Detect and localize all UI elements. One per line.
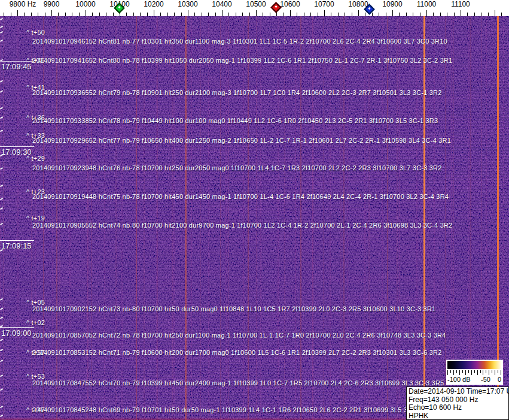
db-scale-tick: [459, 370, 460, 375]
echo-frequency-line: Echo=10 600 Hz: [409, 404, 508, 412]
freq-tick: [420, 13, 420, 16]
db-scale-tick: [474, 370, 475, 373]
freq-tick: [474, 13, 475, 16]
echo-time-offset-label: ^ t+46: [26, 57, 45, 64]
freq-tick: [167, 13, 168, 16]
freq-tick: [358, 10, 359, 16]
freq-axis-label: 11000: [417, 0, 436, 8]
echo-time-offset-label: ^ t+02: [26, 319, 45, 326]
echo-log-line: 20140910170857052 hCnt72 nb-78 f10700 hi…: [32, 332, 446, 339]
freq-tick: [140, 13, 141, 16]
freq-axis-label: 10400: [212, 0, 231, 8]
freq-tick: [310, 13, 311, 16]
freq-tick: [160, 13, 161, 16]
freq-tick: [284, 13, 284, 16]
diamond-center-dot: [275, 5, 277, 8]
echo-time-offset-label: ^ t+36: [26, 114, 45, 121]
db-gradient-bar: [447, 361, 502, 369]
db-scale-tick: [489, 370, 489, 375]
diamond-center-dot: [368, 7, 370, 10]
freq-tick: [4, 13, 4, 16]
spectrogram-app-window: 9800 Hz990010000101001020010300104001050…: [0, 0, 509, 420]
freq-tick: [174, 13, 175, 16]
freq-tick: [31, 13, 32, 16]
freq-tick: [331, 13, 331, 16]
db-scale-tick: [501, 370, 501, 375]
freq-tick: [495, 10, 495, 16]
echo-log-line: 20140910170941652 hCnt80 nb-78 f10399 hi…: [32, 57, 452, 64]
freq-tick: [154, 10, 154, 16]
freq-tick: [113, 13, 114, 16]
carrier-signal-line: [91, 16, 92, 420]
db-scale-tick: [450, 370, 451, 373]
db-scale-tick: [462, 370, 463, 373]
freq-axis-label: 10700: [314, 0, 334, 8]
carrier-signal-line: [387, 16, 388, 420]
status-info-box: Date=2014-09-10 Time=17:07 UTC Freq=143 …: [406, 387, 509, 420]
echo-time-offset-label: ^ t+05: [26, 299, 45, 306]
freq-tick: [228, 13, 229, 16]
time-tick-line: [0, 146, 34, 147]
carrier-signal-line: [323, 16, 324, 420]
echo-time-offset-label: ^ t+29: [26, 155, 45, 162]
freq-tick: [392, 10, 393, 16]
echo-log-line: 20140910170902152 hCnt73 nb-80 f10700 hi…: [32, 305, 435, 312]
echo-time-offset-label: ^ t+47: [26, 406, 45, 413]
time-axis-label: 17:09:15: [1, 241, 32, 250]
carrier-signal-line: [220, 16, 221, 420]
freq-tick: [338, 13, 339, 16]
freq-tick: [379, 13, 379, 16]
freq-tick: [194, 13, 195, 16]
freq-tick: [352, 13, 352, 16]
carrier-signal-line: [248, 16, 249, 420]
freq-tick: [345, 13, 345, 16]
freq-tick: [65, 13, 66, 16]
freq-tick: [215, 13, 216, 16]
echo-time-offset-label: ^ t+41: [26, 84, 45, 91]
freq-tick: [324, 10, 325, 16]
spectrogram-canvas: [0, 16, 509, 420]
freq-tick: [236, 13, 236, 16]
freq-tick: [454, 13, 455, 16]
db-scale-tick: [465, 370, 466, 375]
echo-log-line: 20140910170853152 hCnt71 nb-79 f10600 hi…: [32, 349, 442, 356]
freq-tick: [208, 13, 209, 16]
freq-tick: [318, 13, 318, 16]
time-tick-line: [0, 240, 34, 241]
echo-log-line: 20140910170936552 hCnt79 nb-78 f10901 hi…: [32, 89, 442, 96]
freq-axis-label: 10900: [382, 0, 402, 8]
freq-tick: [413, 13, 413, 16]
freq-axis-label: 10000: [75, 0, 95, 8]
freq-tick: [297, 13, 297, 16]
freq-tick: [270, 13, 270, 16]
db-scale-tick: [456, 370, 457, 373]
db-scale-tick: [498, 370, 498, 373]
echo-log-line: 20140910170923948 hCnt76 nb-78 f10700 hi…: [32, 164, 442, 171]
freq-axis-label: 9800 Hz: [10, 0, 36, 8]
date-time-line: Date=2014-09-10 Time=17:07 UTC: [409, 388, 508, 396]
freq-tick: [24, 13, 25, 16]
echo-log-line: 20140910170933852 hCnt78 nb-79 f10449 hi…: [32, 117, 438, 124]
echo-log-line: 20140910170919448 hCnt75 nb-78 f10700 hi…: [32, 193, 449, 200]
freq-axis-label: 10500: [246, 0, 266, 8]
freq-tick: [399, 13, 400, 16]
freq-tick: [263, 13, 263, 16]
freq-tick: [386, 13, 386, 16]
freq-tick: [365, 13, 365, 16]
db-scale-mid-label: -50: [481, 376, 490, 383]
freq-tick: [256, 10, 257, 16]
freq-tick: [99, 13, 100, 16]
freq-tick: [126, 13, 127, 16]
db-scale-tick: [453, 370, 454, 375]
db-scale-min-label: -100 dB: [447, 376, 471, 383]
db-scale-tick: [447, 370, 448, 375]
freq-tick: [181, 13, 182, 16]
freq-tick: [79, 13, 80, 16]
freq-axis-label: 9900: [44, 0, 60, 8]
freq-tick: [433, 13, 434, 16]
echo-log-line: 20140910170946152 hCnt81 nb-77 f10301 hi…: [32, 38, 447, 45]
diamond-center-dot: [118, 6, 120, 8]
carrier-signal-line: [300, 16, 301, 420]
freq-tick: [372, 13, 373, 16]
frequency-ruler[interactable]: 9800 Hz990010000101001020010300104001050…: [0, 0, 509, 16]
